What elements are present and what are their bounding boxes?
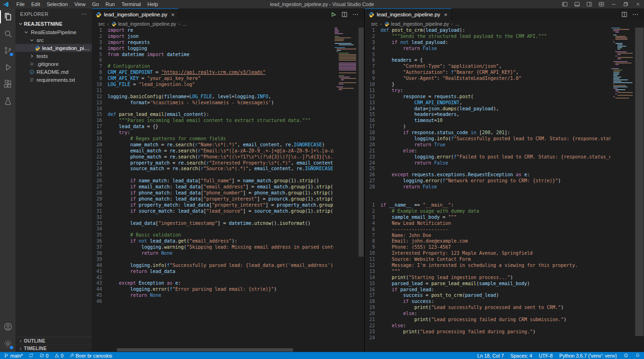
code-editor-right[interactable]: 1def post_to_crm(lead_payload):2 """Send… xyxy=(365,28,644,352)
menu-bar: FileEditSelectionViewGoRunTerminalHelp xyxy=(13,0,161,8)
code-line: 22 phone_match = re.search(r"Phone:\s*((… xyxy=(92,154,359,160)
code-line: 21 print("Lead processing failed during … xyxy=(365,317,638,323)
more-icon[interactable]: ⋯ xyxy=(630,9,641,20)
code-line: 5from datetime import datetime xyxy=(92,52,359,58)
minimap[interactable] xyxy=(334,28,358,352)
panel-timeline[interactable]: TIMELINE xyxy=(15,345,92,352)
search-icon[interactable] xyxy=(0,25,15,42)
error-icon xyxy=(39,353,46,358)
tab-lead-ingestion-pipeline[interactable]: lead_ingestion_pipeline.py × xyxy=(92,8,179,20)
breadcrumb-item[interactable]: ... xyxy=(455,21,460,27)
menu-help[interactable]: Help xyxy=(144,0,161,8)
code-line: 20 return True xyxy=(365,142,638,148)
tree-item-tests[interactable]: tests xyxy=(15,52,92,60)
code-line: 3 sample_email_body = """ xyxy=(365,215,638,221)
chevron-down-icon xyxy=(17,21,24,27)
more-icon[interactable]: ⋯ xyxy=(350,9,361,20)
breadcrumb-item[interactable]: lead_ingestion_pipeline.py xyxy=(384,21,449,27)
status-sync[interactable] xyxy=(29,352,34,359)
code-line: 17 success = post_to_crm(parsed_lead) xyxy=(365,293,638,299)
explorer-more-actions-icon[interactable]: ⋯ xyxy=(81,11,87,17)
code-line: 16 """Parses incoming lead email content… xyxy=(92,118,359,124)
vertical-scrollbar[interactable] xyxy=(635,28,644,352)
tree-item-src[interactable]: src xyxy=(15,36,92,44)
minimap[interactable] xyxy=(610,28,635,352)
code-line: 14 data=json.dumps(lead_payload), xyxy=(365,106,638,112)
code-line: 38 return None xyxy=(92,251,359,257)
warning-icon xyxy=(54,353,61,358)
status-main[interactable]: main* xyxy=(4,352,23,359)
status-boer-br-canoskis[interactable]: Boer br canoskis xyxy=(69,352,112,359)
breadcrumb-item[interactable]: src xyxy=(371,21,378,27)
menu-file[interactable]: File xyxy=(13,0,28,8)
settings-icon[interactable] xyxy=(0,335,15,352)
code-line: 34 xyxy=(92,226,359,232)
workspace-root-item[interactable]: REAJESTTNINE xyxy=(15,20,92,28)
tree-item-requirements-txt[interactable]: requirements.txt xyxy=(15,76,92,84)
menu-go[interactable]: Go xyxy=(89,0,102,8)
tree-item-lead-ingestion-pipeline-py[interactable]: lead_ingestion_pipeline.py xyxy=(15,44,92,52)
code-line: 8CRM_API_ENDPOINT = "https://api.realty-… xyxy=(92,70,359,76)
chevron-down-icon xyxy=(23,29,29,36)
status-0[interactable]: 0 xyxy=(39,352,49,359)
run-icon[interactable]: ⌄ xyxy=(328,9,339,20)
breadcrumb-item[interactable]: src xyxy=(98,21,105,27)
status-feedback[interactable] xyxy=(623,352,629,359)
menu-edit[interactable]: Edit xyxy=(28,0,44,8)
split-icon[interactable] xyxy=(339,9,350,20)
menu-run[interactable]: Run xyxy=(102,0,118,8)
status-bell[interactable] xyxy=(635,352,640,359)
list-file-icon xyxy=(29,77,35,83)
status-spaces-4[interactable]: Spaces: 4 xyxy=(510,352,532,359)
code-editor-left[interactable]: 1import re2import json3import requests4i… xyxy=(92,28,364,352)
menu-view[interactable]: View xyxy=(71,0,89,8)
code-line: 14 print("Starting lead ingestion proces… xyxy=(365,275,638,281)
code-line: 42 xyxy=(92,275,359,281)
menu-selection[interactable]: Selection xyxy=(44,0,71,8)
status-python-3-6-7-venv-venv[interactable]: Python 3.6.7 ('venv': venv) xyxy=(559,352,617,359)
restore-button[interactable] xyxy=(620,0,632,8)
code-line: 43 except Exception as e: xyxy=(92,280,359,287)
layout-customize-icon[interactable] xyxy=(595,0,607,8)
code-line: 45 return None xyxy=(92,293,359,299)
explorer-icon[interactable] xyxy=(0,8,15,25)
code-line: 29 if phone_match: lead_data["property_i… xyxy=(92,196,359,202)
tree-item-label: .gitignore xyxy=(37,61,59,67)
code-line: 13 CRM_API_ENDPOINT, xyxy=(365,100,638,106)
status-utf-8[interactable]: UTF-8 xyxy=(539,352,553,359)
tree-item-readme-md[interactable]: README.md xyxy=(15,68,92,76)
layout-sidebar-icon[interactable] xyxy=(559,0,571,8)
account-icon[interactable] xyxy=(0,318,15,335)
layout-secondary-icon[interactable] xyxy=(583,0,595,8)
code-line: 23 print("Lead processing failed during … xyxy=(365,329,638,335)
panel-outline[interactable]: OUTLINE xyxy=(15,337,92,345)
split-icon[interactable] xyxy=(619,9,630,20)
run-debug-icon[interactable] xyxy=(0,59,15,76)
chevron-right-icon xyxy=(29,53,35,59)
minimize-button[interactable] xyxy=(607,0,620,8)
code-line: 36 if not lead_data.get("email_address")… xyxy=(92,238,359,244)
testing-icon[interactable] xyxy=(0,93,15,109)
status-ln-18-col-7[interactable]: Ln 18, Col 7 xyxy=(477,352,504,359)
close-icon[interactable]: × xyxy=(444,12,448,18)
horizontal-scrollbar[interactable] xyxy=(117,348,293,352)
layout-panel-icon[interactable] xyxy=(571,0,583,8)
tree-item-realestatepipeline[interactable]: RealEstatePipeline xyxy=(15,28,92,36)
python-file-icon xyxy=(384,22,389,27)
vertical-scrollbar[interactable] xyxy=(358,28,364,352)
tab-bar-right: lead_ingestion_pipeline.py × ⋯ xyxy=(365,8,644,20)
close-icon[interactable]: × xyxy=(171,12,175,18)
tab-lead-ingestion-pipeline[interactable]: lead_ingestion_pipeline.py × xyxy=(365,8,452,20)
chevron-right-icon xyxy=(17,345,24,352)
code-line: 5 xyxy=(365,52,638,58)
code-line: 31 if source_match: lead_data["lead_sour… xyxy=(92,208,359,215)
breadcrumb-item[interactable]: ... xyxy=(183,21,187,27)
status-0[interactable]: 0 xyxy=(54,352,64,359)
close-button[interactable] xyxy=(632,0,644,8)
source-control-icon[interactable] xyxy=(0,42,15,59)
extensions-icon[interactable] xyxy=(0,76,15,93)
menu-terminal[interactable]: Terminal xyxy=(118,0,145,8)
python-file-icon xyxy=(95,12,102,18)
breadcrumb-item[interactable]: lead_ingestion_pipeline.py xyxy=(111,21,176,27)
tree-item--gitignore[interactable]: .gitignore xyxy=(15,60,92,68)
